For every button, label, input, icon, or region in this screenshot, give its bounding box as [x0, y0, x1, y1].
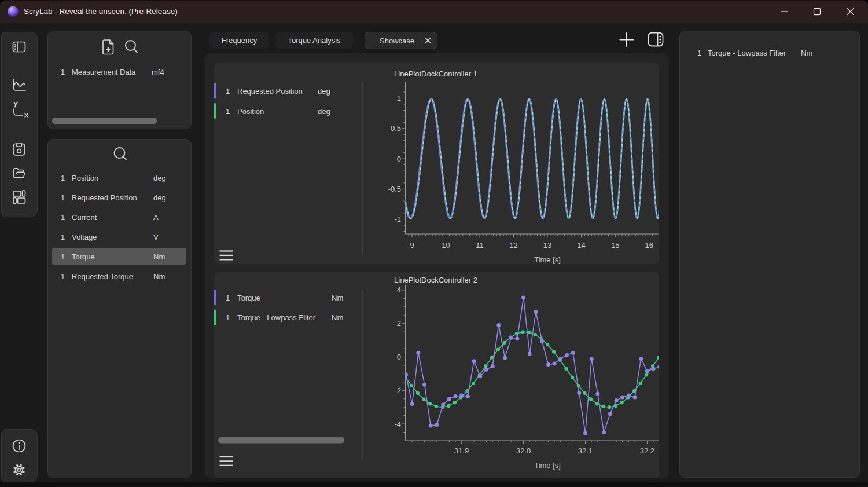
svg-text:13: 13 — [543, 241, 551, 250]
svg-text:16: 16 — [645, 241, 653, 250]
svg-text:32.2: 32.2 — [640, 446, 654, 455]
svg-text:4: 4 — [397, 285, 401, 294]
svg-text:Time [s]: Time [s] — [534, 255, 561, 264]
svg-text:-1: -1 — [394, 215, 401, 224]
svg-text:11: 11 — [476, 241, 484, 250]
svg-text:0: 0 — [397, 353, 401, 361]
svg-text:2: 2 — [397, 319, 401, 328]
svg-text:0: 0 — [397, 155, 401, 163]
svg-text:9: 9 — [410, 241, 414, 250]
svg-text:Time [s]: Time [s] — [534, 461, 561, 470]
svg-text:-2: -2 — [394, 386, 401, 395]
svg-text:-4: -4 — [394, 420, 401, 429]
svg-text:31.9: 31.9 — [454, 446, 469, 455]
svg-text:-0.5: -0.5 — [388, 185, 401, 193]
svg-text:32.1: 32.1 — [578, 446, 593, 455]
svg-text:10: 10 — [442, 241, 450, 250]
svg-text:32.0: 32.0 — [516, 446, 531, 455]
svg-text:1: 1 — [397, 94, 401, 102]
svg-text:14: 14 — [577, 241, 585, 250]
svg-text:12: 12 — [509, 241, 517, 250]
svg-text:0.5: 0.5 — [391, 124, 401, 133]
svg-text:15: 15 — [611, 241, 619, 250]
